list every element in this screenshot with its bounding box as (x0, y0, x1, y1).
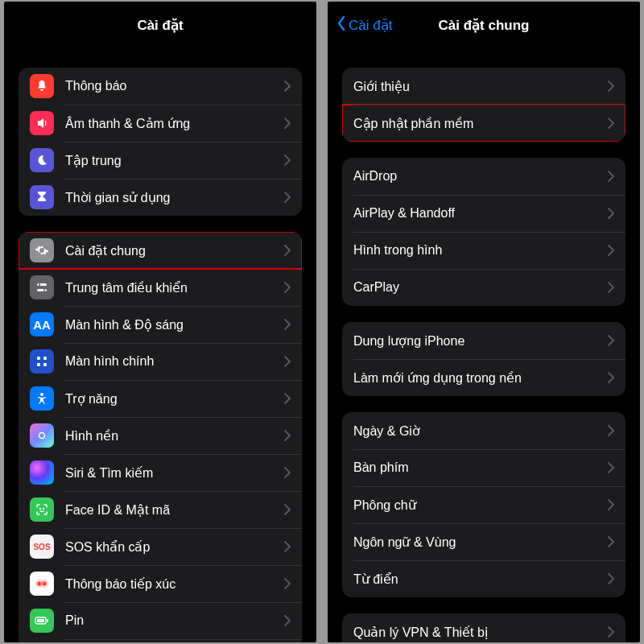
chevron-right-icon (284, 245, 291, 256)
settings-row[interactable]: Hình trong hình (342, 232, 625, 269)
bell-icon (30, 74, 54, 98)
navbar: Cài đặt Cài đặt chung (328, 2, 640, 48)
settings-row[interactable]: AirDrop (342, 158, 625, 195)
settings-row[interactable]: Siri & Tìm kiếm (19, 454, 302, 491)
settings-row[interactable]: Trợ năng (19, 380, 302, 417)
settings-row[interactable]: Thời gian sử dụng (19, 179, 302, 216)
chevron-right-icon (284, 80, 291, 92)
general-group-vpn: Quản lý VPN & Thiết bị (342, 613, 625, 642)
chevron-right-icon (608, 282, 614, 293)
hourglass-icon (30, 185, 54, 209)
chevron-right-icon (284, 282, 291, 293)
svg-point-11 (43, 509, 44, 510)
control-center-icon (30, 275, 54, 299)
row-label: Trung tâm điều khiển (65, 280, 284, 295)
settings-row[interactable]: Màn hình chính (19, 343, 302, 380)
sos-icon: SOS (30, 535, 54, 559)
row-label: Làm mới ứng dụng trong nền (353, 370, 608, 386)
settings-row[interactable]: Tập trung (19, 142, 302, 179)
settings-row[interactable]: SOSSOS khẩn cấp (19, 528, 302, 565)
settings-row[interactable]: Giới thiệu (342, 68, 625, 105)
navbar: Cài đặt (4, 2, 316, 48)
chevron-right-icon (608, 425, 614, 436)
row-label: Phông chữ (353, 497, 608, 513)
chevron-right-icon (284, 356, 291, 367)
battery-icon (30, 609, 54, 633)
settings-row[interactable]: Phông chữ (342, 486, 625, 523)
settings-row[interactable]: Thông báo tiếp xúc (19, 565, 302, 602)
row-label: Thông báo tiếp xúc (65, 576, 284, 592)
settings-row[interactable]: Từ điển (342, 560, 625, 597)
row-label: Hình trong hình (353, 243, 608, 258)
settings-row[interactable]: Pin (19, 602, 302, 639)
row-label: Thời gian sử dụng (65, 190, 284, 205)
general-group-airdrop: AirDropAirPlay & HandoffHình trong hìnhC… (342, 158, 625, 306)
row-label: AirDrop (353, 169, 608, 184)
svg-rect-18 (47, 619, 48, 622)
accessibility-icon (30, 386, 54, 411)
back-label: Cài đặt (349, 17, 392, 34)
settings-row[interactable]: Ngày & Giờ (342, 412, 625, 449)
general-list[interactable]: Giới thiệuCập nhật phần mềm AirDropAirPl… (328, 68, 640, 642)
row-label: Cài đặt chung (65, 243, 284, 258)
chevron-right-icon (608, 499, 614, 510)
settings-row[interactable]: Hình nền (19, 417, 302, 454)
settings-row[interactable]: Ngôn ngữ & Vùng (342, 523, 625, 560)
gear-icon (30, 238, 54, 262)
settings-row[interactable]: Âm thanh & Cảm ứng (19, 105, 302, 142)
chevron-right-icon (608, 626, 614, 638)
general-group-about: Giới thiệuCập nhật phần mềm (342, 68, 625, 142)
settings-row[interactable]: AirPlay & Handoff (342, 195, 625, 232)
row-label: Ngôn ngữ & Vùng (353, 535, 608, 550)
settings-group-general: Cài đặt chungTrung tâm điều khiểnAAMàn h… (19, 232, 302, 642)
chevron-right-icon (284, 393, 291, 404)
general-group-locale: Ngày & GiờBàn phímPhông chữNgôn ngữ & Vù… (342, 412, 625, 597)
row-label: Trợ năng (65, 391, 284, 407)
chevron-right-icon (284, 615, 291, 626)
wallpaper-icon (30, 423, 54, 448)
svg-point-9 (39, 433, 45, 439)
svg-rect-5 (43, 357, 47, 360)
exposure-icon (30, 572, 54, 596)
row-label: Âm thanh & Cảm ứng (65, 116, 284, 131)
settings-row[interactable]: Quản lý VPN & Thiết bị (342, 613, 625, 642)
row-label: Face ID & Mật mã (65, 502, 284, 518)
chevron-right-icon (608, 372, 614, 383)
settings-root-screen: Cài đặt Thông báoÂm thanh & Cảm ứngTập t… (4, 2, 316, 642)
settings-row[interactable]: CarPlay (342, 269, 625, 306)
row-label: Giới thiệu (353, 79, 608, 94)
svg-rect-4 (37, 357, 40, 360)
row-label: Ngày & Giờ (353, 423, 608, 439)
settings-row[interactable]: Quyền riêng tư (19, 639, 302, 642)
settings-row[interactable]: Cài đặt chung (19, 232, 302, 269)
settings-row[interactable]: Dung lượng iPhone (342, 322, 625, 359)
svg-rect-17 (37, 619, 44, 622)
settings-row[interactable]: Thông báo (19, 68, 302, 105)
chevron-right-icon (608, 462, 614, 473)
settings-row[interactable]: AAMàn hình & Độ sáng (19, 306, 302, 343)
settings-general-screen: Cài đặt Cài đặt chung Giới thiệuCập nhật… (328, 2, 640, 642)
svg-rect-7 (43, 363, 47, 366)
svg-point-10 (40, 509, 41, 510)
back-button[interactable]: Cài đặt (336, 2, 392, 48)
chevron-left-icon (336, 15, 347, 35)
chevron-right-icon (284, 118, 291, 129)
settings-row[interactable]: Trung tâm điều khiển (19, 269, 302, 306)
siri-icon (30, 460, 54, 485)
svg-rect-0 (37, 283, 47, 286)
settings-list[interactable]: Thông báoÂm thanh & Cảm ứngTập trungThời… (4, 68, 316, 642)
speaker-icon (30, 111, 54, 135)
row-label: Pin (65, 613, 284, 628)
settings-row[interactable]: Bàn phím (342, 449, 625, 486)
settings-row[interactable]: Làm mới ứng dụng trong nền (342, 359, 625, 396)
settings-row[interactable]: Face ID & Mật mã (19, 491, 302, 528)
chevron-right-icon (608, 335, 614, 346)
chevron-right-icon (284, 430, 291, 441)
row-label: Cập nhật phần mềm (353, 116, 608, 131)
row-label: Tập trung (65, 153, 284, 168)
faceid-icon (30, 497, 54, 522)
chevron-right-icon (608, 536, 614, 547)
row-label: Từ điển (353, 572, 608, 587)
row-label: Bàn phím (353, 460, 608, 475)
settings-row[interactable]: Cập nhật phần mềm (342, 105, 625, 142)
